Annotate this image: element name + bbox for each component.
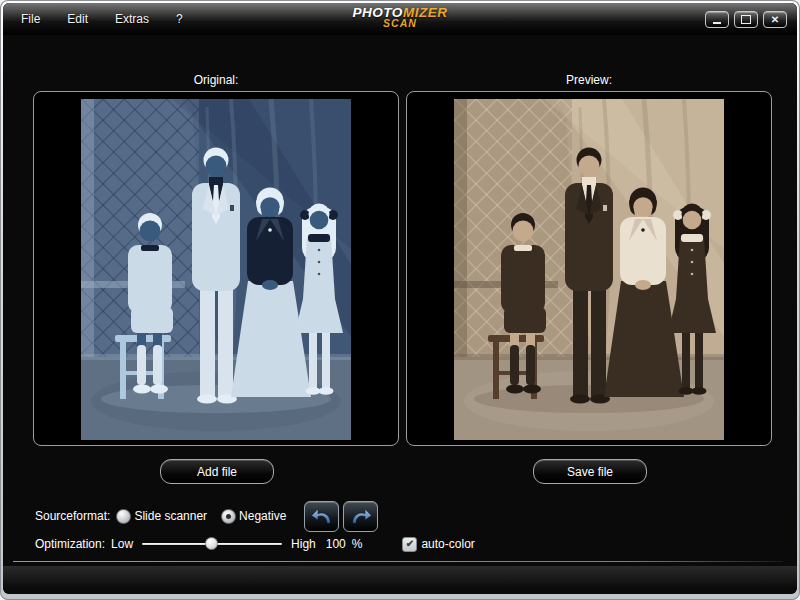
maximize-button[interactable]	[734, 11, 758, 28]
original-image-negative	[81, 99, 351, 440]
window-frame: File Edit Extras ? PHOTOMIZER SCAN ✕ Ori…	[0, 0, 800, 600]
slider-thumb[interactable]	[205, 537, 218, 550]
menu-help[interactable]: ?	[176, 12, 183, 26]
bottom-separator	[13, 561, 783, 562]
close-button[interactable]: ✕	[763, 11, 787, 28]
add-file-button[interactable]: Add file	[160, 459, 274, 484]
preview-image-positive	[454, 99, 724, 440]
autocolor-checkbox[interactable]: ✔	[402, 537, 417, 552]
rotate-left-button[interactable]	[304, 501, 339, 532]
slider-low-label: Low	[111, 537, 133, 551]
rotate-left-icon	[310, 506, 334, 526]
close-icon: ✕	[771, 15, 779, 25]
minimize-button[interactable]	[705, 11, 729, 28]
maximize-icon	[741, 15, 751, 24]
status-strip	[3, 566, 797, 594]
radio-negative-label[interactable]: Negative	[239, 509, 286, 523]
optimization-unit: %	[352, 537, 363, 551]
optimization-row: Optimization: Low High 100 % ✔ auto-colo…	[35, 534, 475, 554]
menu-file[interactable]: File	[21, 12, 40, 26]
menu-bar: File Edit Extras ?	[21, 3, 183, 35]
radio-negative[interactable]	[221, 509, 236, 524]
sourceformat-row: Sourceformat: Slide scanner Negative	[35, 501, 378, 531]
preview-panel	[406, 91, 772, 446]
app-logo: PHOTOMIZER SCAN	[353, 7, 448, 29]
window-controls: ✕	[705, 11, 787, 28]
menu-edit[interactable]: Edit	[67, 12, 88, 26]
menu-extras[interactable]: Extras	[115, 12, 149, 26]
save-file-button[interactable]: Save file	[533, 459, 647, 484]
original-panel	[33, 91, 399, 446]
sourceformat-label: Sourceformat:	[35, 509, 110, 523]
autocolor-label[interactable]: auto-color	[421, 537, 474, 551]
slider-high-label: High	[291, 537, 316, 551]
minimize-icon	[713, 22, 721, 24]
optimization-label: Optimization:	[35, 537, 105, 551]
rotate-right-button[interactable]	[343, 501, 378, 532]
check-icon: ✔	[406, 539, 414, 549]
radio-slide-scanner-label[interactable]: Slide scanner	[134, 509, 207, 523]
optimization-slider[interactable]	[142, 537, 282, 551]
radio-slide-scanner[interactable]	[116, 509, 131, 524]
title-bar: File Edit Extras ? PHOTOMIZER SCAN ✕	[3, 3, 797, 35]
client-area: File Edit Extras ? PHOTOMIZER SCAN ✕ Ori…	[3, 3, 797, 594]
rotate-right-icon	[349, 506, 373, 526]
original-label: Original:	[33, 73, 399, 87]
preview-label: Preview:	[406, 73, 772, 87]
optimization-value: 100	[326, 537, 346, 551]
